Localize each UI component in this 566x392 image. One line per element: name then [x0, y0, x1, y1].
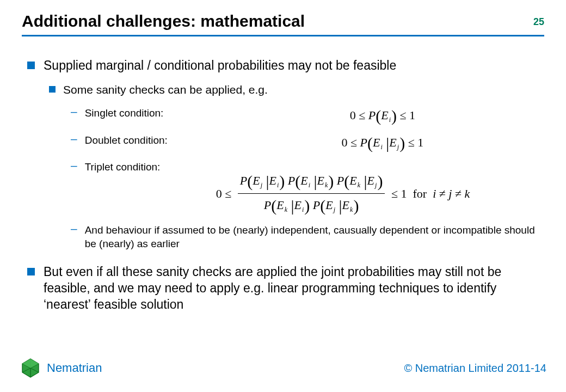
bullet-level1: But even if all these sanity checks are …	[27, 264, 544, 313]
bullet-text: Supplied marginal / conditional probabil…	[44, 57, 544, 74]
dash-item-behaviour: – And behaviour if assumed to be (nearly…	[71, 222, 544, 250]
slide-footer: Nematrian © Nematrian Limited 2011-14	[20, 357, 546, 379]
slide-header: Additional challenges: mathematical	[22, 12, 544, 36]
bullet-level1: Supplied marginal / conditional probabil…	[27, 57, 544, 74]
slide: 25 Additional challenges: mathematical S…	[0, 0, 566, 392]
doublet-formula: 0 ≤ P(Ei |Ej) ≤ 1	[221, 132, 544, 154]
bullet-text: Some sanity checks can be applied, e.g.	[63, 82, 544, 97]
header-divider	[22, 35, 544, 36]
copyright: © Nematrian Limited 2011-14	[404, 362, 546, 375]
square-bullet-icon	[27, 268, 35, 275]
behaviour-text: And behaviour if assumed to be (nearly) …	[85, 222, 544, 250]
square-bullet-icon	[49, 86, 56, 93]
dash-icon: –	[71, 159, 77, 171]
nematrian-logo-icon	[20, 357, 41, 379]
math-singlet: 0 ≤ P(Ei) ≤ 1	[350, 108, 415, 122]
brand-name: Nematrian	[47, 361, 102, 375]
bullet-text: But even if all these sanity checks are …	[44, 264, 544, 313]
dash-item-doublet: – Doublet condition: 0 ≤ P(Ei |Ej) ≤ 1	[71, 132, 544, 154]
math-triplet: 0 ≤ P(Ej |Ei) P(Ei |Ek) P(Ek |Ej) P(Ek |…	[142, 170, 544, 216]
math-doublet: 0 ≤ P(Ei |Ej) ≤ 1	[341, 136, 423, 149]
bullet-level2: Some sanity checks can be applied, e.g.	[49, 82, 544, 97]
triplet-label: Triplet condition:	[85, 159, 188, 174]
triplet-formula: 0 ≤ P(Ej |Ei) P(Ei |Ek) P(Ek |Ej) P(Ek |…	[71, 170, 544, 216]
dash-icon: –	[71, 222, 77, 235]
dash-icon: –	[71, 132, 77, 145]
singlet-formula: 0 ≤ P(Ei) ≤ 1	[221, 105, 544, 127]
slide-body: Supplied marginal / conditional probabil…	[27, 57, 544, 322]
square-bullet-icon	[27, 62, 35, 69]
slide-title: Additional challenges: mathematical	[22, 12, 544, 30]
dash-item-singlet: – Singlet condition: 0 ≤ P(Ei) ≤ 1	[71, 105, 544, 127]
dash-icon: –	[71, 105, 77, 118]
singlet-label: Singlet condition:	[85, 105, 188, 120]
brand: Nematrian	[20, 357, 102, 379]
doublet-label: Doublet condition:	[85, 132, 188, 147]
